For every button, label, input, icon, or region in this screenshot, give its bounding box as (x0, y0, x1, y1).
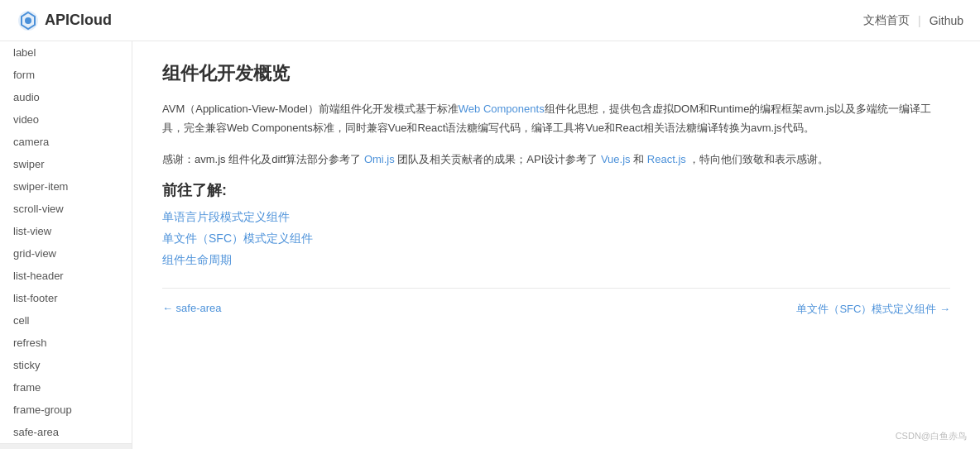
sidebar-item-cell[interactable]: cell (0, 309, 132, 332)
sidebar-item-swiper-item[interactable]: swiper-item (0, 175, 132, 198)
sidebar-item-sticky[interactable]: sticky (0, 354, 132, 376)
omijs-link[interactable]: Omi.js (364, 153, 395, 165)
sidebar-item-label[interactable]: label (0, 41, 132, 64)
content-paragraph-1: AVM（Application-View-Model）前端组件化开发模式基于标准… (162, 99, 950, 138)
content-paragraph-2: 感谢：avm.js 组件化及diff算法部分参考了 Omi.js 团队及相关贡献… (162, 150, 950, 169)
logo-text: APICloud (45, 12, 112, 29)
watermark: CSDN@白鱼赤鸟 (896, 430, 967, 442)
sidebar-item-list-footer[interactable]: list-footer (0, 287, 132, 309)
page-title: 组件化开发概览 (162, 61, 950, 86)
nav-footer: ← safe-area 单文件（SFC）模式定义组件 → (162, 288, 950, 317)
nav-prev-link[interactable]: ← safe-area (162, 302, 222, 317)
header-nav: 文档首页 | Github (863, 13, 963, 28)
main-layout: labelformaudiovideocameraswiperswiper-it… (0, 41, 980, 449)
sidebar-item-list-view[interactable]: list-view (0, 220, 132, 242)
web-components-link[interactable]: Web Components (459, 103, 545, 115)
link-list: 单语言片段模式定义组件单文件（SFC）模式定义组件组件生命周期 (162, 210, 950, 268)
nav-docs-link[interactable]: 文档首页 (863, 13, 910, 28)
sidebar: labelformaudiovideocameraswiperswiper-it… (0, 41, 132, 449)
header: APICloud 文档首页 | Github (0, 0, 980, 41)
sidebar-item-safe-area[interactable]: safe-area (0, 421, 132, 443)
sidebar-item-frame[interactable]: frame (0, 376, 132, 399)
sidebar-item-swiper[interactable]: swiper (0, 153, 132, 175)
sidebar-group-label: 组件化开发 (0, 443, 132, 449)
logo-icon (17, 9, 40, 32)
nav-divider: | (918, 14, 921, 27)
section-title: 前往了解: (162, 180, 950, 200)
link-sfc[interactable]: 单文件（SFC）模式定义组件 (162, 232, 950, 246)
sidebar-item-form[interactable]: form (0, 64, 132, 86)
sidebar-item-audio[interactable]: audio (0, 86, 132, 108)
sidebar-item-frame-group[interactable]: frame-group (0, 399, 132, 421)
sidebar-item-camera[interactable]: camera (0, 131, 132, 153)
link-single-lang[interactable]: 单语言片段模式定义组件 (162, 210, 950, 225)
svg-point-2 (25, 17, 31, 24)
sidebar-item-list-header[interactable]: list-header (0, 265, 132, 287)
sidebar-item-video[interactable]: video (0, 108, 132, 131)
nav-github-link[interactable]: Github (930, 14, 963, 27)
nav-next-link[interactable]: 单文件（SFC）模式定义组件 → (796, 302, 950, 317)
logo: APICloud (17, 9, 112, 32)
reactjs-link[interactable]: React.js (647, 153, 686, 165)
sidebar-item-grid-view[interactable]: grid-view (0, 242, 132, 265)
sidebar-item-scroll-view[interactable]: scroll-view (0, 198, 132, 220)
link-lifecycle[interactable]: 组件生命周期 (162, 253, 950, 268)
sidebar-item-refresh[interactable]: refresh (0, 332, 132, 354)
content-area: 组件化开发概览 AVM（Application-View-Model）前端组件化… (132, 41, 980, 449)
vuejs-link[interactable]: Vue.js (601, 153, 631, 165)
